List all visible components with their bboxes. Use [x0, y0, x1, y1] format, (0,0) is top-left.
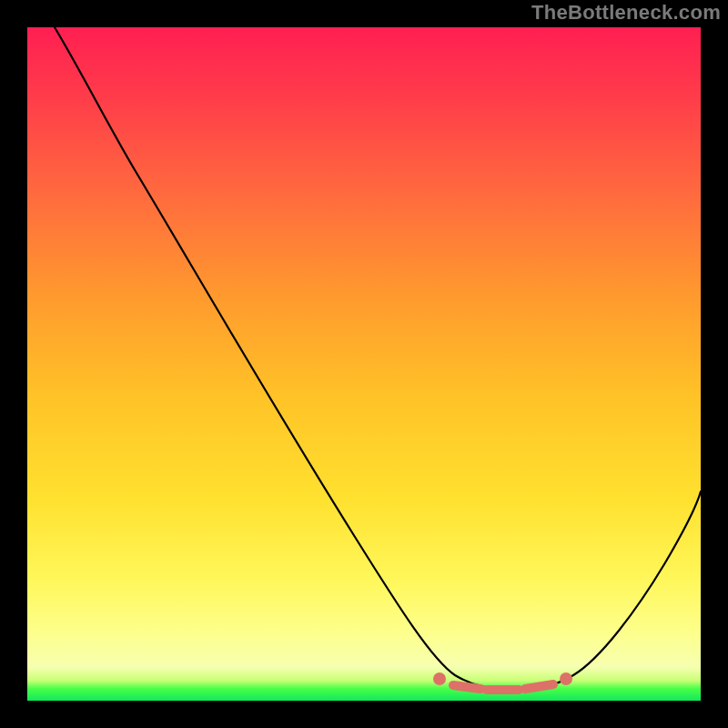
marker-dot-left — [433, 672, 446, 685]
curve-layer — [27, 27, 701, 701]
marker-seg-3 — [525, 684, 553, 689]
marker-seg-1 — [453, 685, 480, 689]
marker-dot-right — [560, 672, 572, 685]
bottleneck-curve — [55, 27, 701, 690]
chart-stage: TheBottleneck.com — [0, 0, 728, 728]
plot-area — [27, 27, 701, 701]
watermark-text: TheBottleneck.com — [531, 1, 721, 25]
